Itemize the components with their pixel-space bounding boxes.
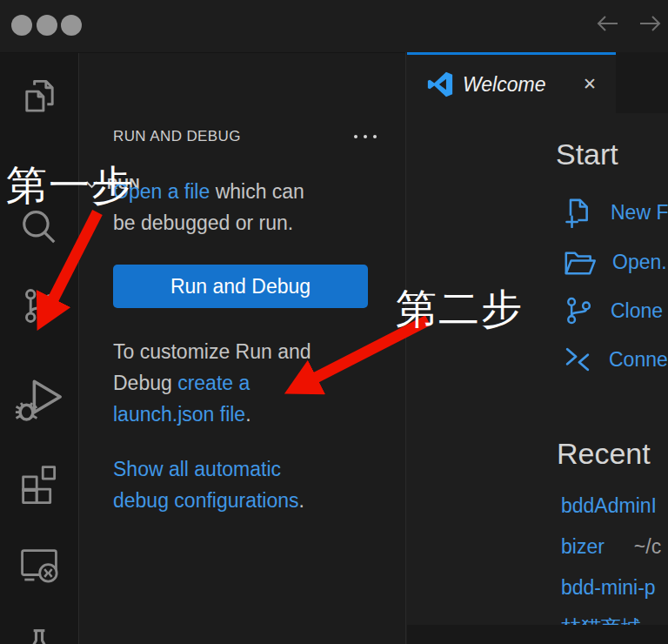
- start-item-new-file[interactable]: New F: [563, 195, 668, 230]
- activity-bar-item-extensions[interactable]: [0, 460, 78, 506]
- nav-forward-icon[interactable]: [638, 13, 664, 34]
- traffic-light-maximize[interactable]: [61, 15, 82, 36]
- tab-title: Welcome: [463, 73, 545, 97]
- traffic-light-close[interactable]: [11, 15, 32, 36]
- vscode-window: RUN AND DEBUG RUN Open a file which can …: [0, 0, 668, 644]
- connect-icon: [563, 345, 592, 374]
- nav-back-icon[interactable]: [594, 13, 620, 34]
- launch-json-file-link[interactable]: launch.json file: [113, 403, 245, 426]
- git-branch-icon: [19, 285, 60, 326]
- activity-bar-item-testing[interactable]: [0, 624, 78, 644]
- debug-configurations-link[interactable]: debug configurations: [113, 489, 299, 512]
- beaker-icon: [18, 626, 60, 644]
- create-launch-json-link[interactable]: create a: [177, 372, 250, 394]
- activity-bar-item-search[interactable]: [0, 206, 78, 252]
- new-file-icon: [563, 197, 594, 228]
- open-file-hint: Open a file which can be debugged or run…: [113, 176, 383, 238]
- traffic-light-minimize[interactable]: [37, 15, 57, 36]
- activity-bar-item-remote-explorer[interactable]: [0, 541, 78, 587]
- chevron-down-icon: [85, 180, 98, 189]
- tab-bar: Welcome ✕: [407, 52, 668, 113]
- activity-bar-item-run-debug[interactable]: [0, 370, 78, 424]
- open-a-file-link[interactable]: Open a file: [113, 180, 210, 203]
- start-item-clone[interactable]: Clone: [563, 293, 663, 328]
- editor-bottom-edge: [407, 625, 668, 644]
- welcome-page: Start New F Open.: [407, 113, 668, 625]
- recent-item[interactable]: bddAdminI: [561, 494, 657, 520]
- run-and-debug-button[interactable]: Run and Debug: [113, 265, 368, 308]
- start-item-open[interactable]: Open.: [563, 245, 667, 279]
- start-heading: Start: [556, 138, 618, 171]
- files-icon: [19, 75, 60, 116]
- start-item-connect[interactable]: Conne: [563, 342, 668, 377]
- customize-hint: To customize Run and Debug create a laun…: [113, 336, 383, 430]
- more-actions-icon[interactable]: [354, 135, 377, 138]
- tab-welcome[interactable]: Welcome ✕: [407, 52, 616, 113]
- remote-icon: [17, 542, 61, 586]
- show-all-configs: Show all automatic debug configurations.: [113, 453, 383, 516]
- close-icon[interactable]: ✕: [583, 74, 597, 94]
- activity-bar-item-source-control[interactable]: [0, 283, 78, 328]
- vscode-logo-icon: [426, 70, 454, 98]
- editor-area: Welcome ✕ Start New F Open.: [405, 52, 668, 644]
- recent-item-path: ~/c: [634, 535, 661, 558]
- show-all-automatic-link[interactable]: Show all automatic: [113, 458, 281, 480]
- extensions-icon: [18, 462, 60, 504]
- activity-bar-item-explorer[interactable]: [0, 72, 78, 117]
- run-and-debug-panel: RUN AND DEBUG RUN Open a file which can …: [79, 53, 405, 644]
- open-folder-icon: [563, 248, 596, 277]
- search-icon: [19, 209, 59, 249]
- recent-item[interactable]: 林猫商城: [561, 614, 641, 625]
- git-clone-icon: [563, 293, 594, 328]
- recent-heading: Recent: [557, 437, 651, 471]
- activity-bar: [0, 53, 79, 644]
- panel-title: RUN AND DEBUG: [113, 128, 241, 145]
- title-bar: [0, 0, 668, 53]
- recent-item[interactable]: bdd-mini-p: [561, 576, 656, 602]
- debug-icon: [14, 372, 64, 422]
- recent-item[interactable]: bizer~/c: [561, 535, 661, 561]
